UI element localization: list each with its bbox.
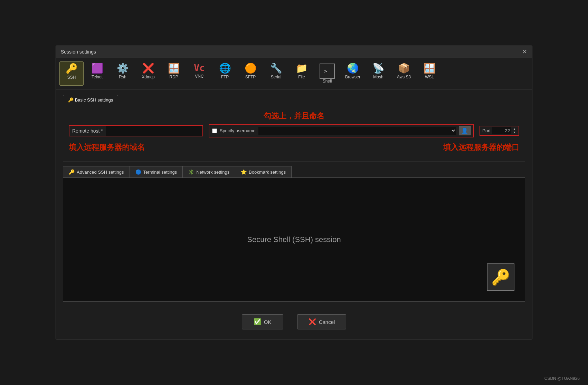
toolbar-item-shell[interactable]: >_ Shell	[315, 61, 339, 86]
sftp-label: SFTP	[245, 75, 256, 79]
sftp-icon: 🟠	[245, 64, 257, 73]
cancel-label: Cancel	[319, 319, 335, 325]
mosh-label: Mosh	[373, 75, 383, 79]
toolbar-item-wsl[interactable]: 🪟 WSL	[417, 61, 442, 86]
rsh-label: Rsh	[119, 75, 126, 79]
port-up-button[interactable]: ▲	[512, 128, 516, 131]
serial-label: Serial	[271, 75, 282, 79]
remote-host-label: Remote host *	[69, 126, 106, 136]
watermark: CSDN @TUAN926	[544, 376, 580, 381]
toolbar-item-file[interactable]: 📁 File	[290, 61, 314, 86]
toolbar-item-rdp[interactable]: 🪟 RDP	[162, 61, 186, 86]
awss3-icon: 📦	[398, 64, 410, 73]
ssh-session-label: Secure Shell (SSH) session	[247, 235, 341, 244]
rsh-icon: ⚙️	[117, 64, 129, 73]
cancel-icon: ❌	[309, 318, 316, 326]
serial-icon: 🔧	[270, 64, 282, 73]
toolbar: 🔑 SSH 🟪 Telnet ⚙️ Rsh ❌ Xdmcp 🪟 RDP Vc V…	[56, 58, 532, 89]
telnet-label: Telnet	[92, 75, 103, 79]
rdp-label: RDP	[169, 75, 178, 79]
shell-label: Shell	[323, 79, 332, 84]
toolbar-item-browser[interactable]: 🌏 Browser	[341, 61, 365, 86]
mosh-icon: 📡	[372, 64, 385, 73]
telnet-icon: 🟪	[91, 64, 103, 73]
ssh-icon: 🔑	[66, 64, 78, 74]
session-settings-dialog: Session settings ✕ 🔑 SSH 🟪 Telnet ⚙️ Rsh…	[56, 46, 532, 339]
basic-ssh-section: 勾选上，并且命名 Remote host * Specify username …	[63, 105, 525, 162]
toolbar-item-ssh[interactable]: 🔑 SSH	[59, 61, 84, 86]
browser-icon: 🌏	[347, 64, 359, 73]
annotation-port: 填入远程服务器的端口	[443, 142, 519, 153]
toolbar-item-xdmcp[interactable]: ❌ Xdmcp	[136, 61, 160, 86]
toolbar-item-sftp[interactable]: 🟠 SFTP	[238, 61, 263, 86]
toolbar-item-mosh[interactable]: 📡 Mosh	[366, 61, 390, 86]
awss3-label: Aws S3	[397, 75, 411, 79]
tab-bookmark-settings[interactable]: ⭐ Bookmark settings	[235, 166, 292, 177]
basic-ssh-key-icon: 🔑	[68, 97, 74, 103]
ok-button[interactable]: ✅ OK	[242, 314, 283, 329]
vnc-label: VNC	[195, 74, 203, 79]
file-label: File	[298, 75, 305, 79]
ssh-label: SSH	[67, 75, 76, 80]
port-input[interactable]	[492, 127, 511, 134]
remote-host-input[interactable]	[106, 126, 202, 136]
section-tab-bar: 🔑 Basic SSH settings	[63, 95, 525, 105]
ftp-icon: 🌐	[219, 64, 231, 73]
xdmcp-label: Xdmcp	[142, 75, 154, 79]
tabs-row: 🔑 Advanced SSH settings 🔵 Terminal setti…	[63, 166, 525, 177]
file-icon: 📁	[296, 64, 308, 73]
footer: ✅ OK ❌ Cancel	[56, 307, 532, 339]
toolbar-item-vnc[interactable]: Vc VNC	[187, 61, 211, 86]
ssh-key-large-icon: 🔑	[487, 263, 514, 291]
vnc-icon: Vc	[194, 64, 205, 73]
dialog-title: Session settings	[61, 49, 96, 55]
tab-advanced-ssh[interactable]: 🔑 Advanced SSH settings	[63, 166, 130, 177]
xdmcp-icon: ❌	[142, 64, 154, 73]
user-manager-button[interactable]: 👤	[459, 126, 471, 135]
ftp-label: FTP	[221, 75, 229, 79]
titlebar: Session settings ✕	[56, 46, 532, 58]
basic-ssh-tab[interactable]: 🔑 Basic SSH settings	[63, 95, 118, 105]
wsl-label: WSL	[425, 75, 434, 79]
username-select[interactable]	[258, 127, 456, 135]
annotation-check: 勾选上，并且命名	[264, 112, 324, 120]
remote-host-field-wrap: Remote host *	[69, 125, 203, 136]
specify-username-wrap: Specify username 👤	[209, 124, 474, 137]
network-settings-icon: ✳️	[188, 169, 194, 175]
toolbar-item-telnet[interactable]: 🟪 Telnet	[85, 61, 109, 86]
browser-label: Browser	[345, 75, 360, 79]
shell-terminal-icon: >_	[320, 64, 335, 79]
wsl-icon: 🪟	[424, 64, 436, 73]
tab-network-settings[interactable]: ✳️ Network settings	[182, 166, 235, 177]
ok-label: OK	[264, 319, 272, 325]
advanced-ssh-icon: 🔑	[69, 169, 75, 175]
tab-terminal-settings[interactable]: 🔵 Terminal settings	[130, 166, 183, 177]
port-down-button[interactable]: ▼	[512, 131, 516, 134]
bookmark-icon: ⭐	[241, 169, 247, 175]
annotation-domain: 填入远程服务器的域名	[69, 142, 145, 153]
annotations-row: 填入远程服务器的域名 填入远程服务器的端口	[69, 140, 519, 156]
rdp-icon: 🪟	[168, 64, 180, 73]
close-button[interactable]: ✕	[522, 49, 527, 55]
remote-host-row: Remote host * Specify username 👤 Port	[69, 124, 519, 137]
specify-username-label: Specify username	[220, 128, 256, 133]
toolbar-item-serial[interactable]: 🔧 Serial	[264, 61, 288, 86]
toolbar-item-ftp[interactable]: 🌐 FTP	[213, 61, 237, 86]
ok-icon: ✅	[254, 318, 261, 326]
port-label: Port	[482, 128, 491, 133]
toolbar-item-awss3[interactable]: 📦 Aws S3	[392, 61, 416, 86]
port-spinners: ▲ ▼	[512, 128, 516, 134]
tab-content-panel: Secure Shell (SSH) session 🔑	[63, 177, 525, 302]
terminal-settings-icon: 🔵	[135, 169, 141, 175]
cancel-button[interactable]: ❌ Cancel	[297, 314, 347, 329]
toolbar-item-rsh[interactable]: ⚙️ Rsh	[111, 61, 135, 86]
specify-username-checkbox[interactable]	[212, 128, 217, 133]
port-wrap: Port ▲ ▼	[480, 126, 519, 136]
main-content: 🔑 Basic SSH settings 勾选上，并且命名 Remote hos…	[56, 89, 532, 307]
